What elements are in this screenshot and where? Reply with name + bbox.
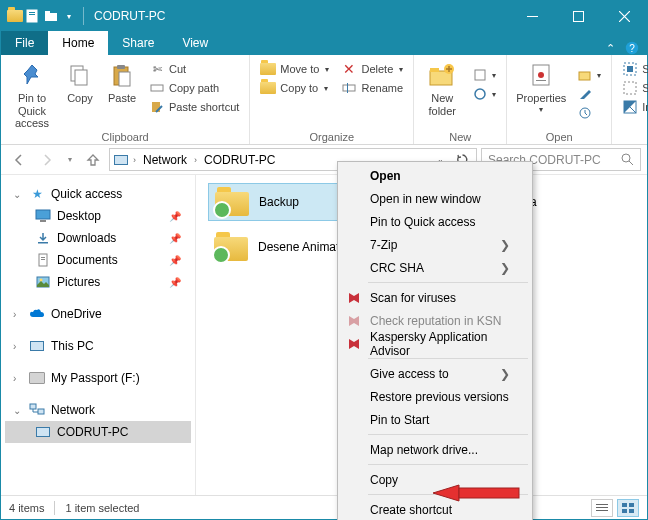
sidebar-item-pictures[interactable]: Pictures📌 [5,271,191,293]
sidebar-item-this-pc[interactable]: ›This PC [5,335,191,357]
invert-selection-button[interactable]: Invert selection [618,98,648,116]
sidebar-item-onedrive[interactable]: ›OneDrive [5,303,191,325]
new-folder-button[interactable]: New folder [420,58,464,117]
ctx-map-drive[interactable]: Map network drive... [340,438,530,461]
separator [368,358,528,359]
select-all-button[interactable]: Select all [618,60,648,78]
svg-rect-48 [629,503,634,507]
breadcrumb-host[interactable]: CODRUT-PC [202,153,277,167]
copy-button[interactable]: Copy [61,58,99,105]
tab-share[interactable]: Share [108,31,168,55]
ctx-give-access[interactable]: Give access to❯ [340,362,530,385]
star-icon: ★ [29,186,45,202]
move-to-button[interactable]: Move to▾ [256,60,333,78]
file-explorer-window: ▾ CODRUT-PC File Home Share View ⌃ ? Pin… [0,0,648,520]
svg-rect-6 [573,11,583,21]
ctx-pin-start[interactable]: Pin to Start [340,408,530,431]
this-pc-icon [29,338,45,354]
easy-access-button[interactable]: ▾ [468,85,500,103]
sidebar-item-quick-access[interactable]: ⌄★Quick access [5,183,191,205]
history-button[interactable] [573,104,605,122]
ctx-restore-versions[interactable]: Restore previous versions [340,385,530,408]
details-view-button[interactable] [591,499,613,517]
ctx-scan-viruses[interactable]: Scan for viruses [340,286,530,309]
maximize-button[interactable] [555,1,601,31]
chevron-right-icon[interactable]: › [191,155,200,165]
delete-button[interactable]: ✕Delete▾ [337,60,407,78]
annotation-arrow [431,479,521,507]
ctx-7zip[interactable]: 7-Zip❯ [340,233,530,256]
close-button[interactable] [601,1,647,31]
svg-rect-37 [41,257,45,258]
ctx-open-new-window[interactable]: Open in new window [340,187,530,210]
easy-access-icon [472,86,488,102]
sidebar-item-host[interactable]: CODRUT-PC [5,421,191,443]
select-none-button[interactable]: Select none [618,79,648,97]
properties-icon [525,60,557,92]
submenu-arrow-icon: ❯ [500,238,510,252]
ribbon: Pin to Quick access Copy Paste ✄Cut Copy… [1,55,647,145]
svg-rect-1 [29,12,35,13]
svg-rect-30 [624,82,636,94]
up-button[interactable] [81,148,105,172]
context-menu: Open Open in new window Pin to Quick acc… [337,161,533,520]
chevron-right-icon[interactable]: › [130,155,139,165]
ctx-crc-sha[interactable]: CRC SHA❯ [340,256,530,279]
ctx-kaspersky-advisor[interactable]: Kaspersky Application Advisor [340,332,530,355]
copy-path-button[interactable]: Copy path [145,79,243,97]
recent-dropdown[interactable]: ▾ [63,148,77,172]
paste-shortcut-button[interactable]: Paste shortcut [145,98,243,116]
forward-button[interactable] [35,148,59,172]
icons-view-button[interactable] [617,499,639,517]
drive-icon [29,370,45,386]
svg-rect-26 [579,72,590,80]
status-item-count: 4 items [9,502,44,514]
tab-home[interactable]: Home [48,31,108,55]
sidebar-item-downloads[interactable]: Downloads📌 [5,227,191,249]
window-icon[interactable] [7,8,23,24]
address-bar-row: ▾ › Network › CODRUT-PC ⌄ Search CODRUT-… [1,145,647,175]
select-none-icon [622,80,638,96]
copy-to-button[interactable]: Copy to▾ [256,79,333,97]
help-icon[interactable]: ? [625,41,639,55]
properties-button[interactable]: Properties ▾ [513,58,569,114]
new-item-button[interactable]: ▾ [468,66,500,84]
svg-rect-46 [596,510,608,511]
svg-rect-42 [38,409,44,414]
svg-rect-29 [627,66,633,72]
back-button[interactable] [7,148,31,172]
svg-rect-5 [527,16,538,17]
qat-properties-icon[interactable] [25,8,41,24]
ctx-pin-quick-access[interactable]: Pin to Quick access [340,210,530,233]
ctx-open[interactable]: Open [340,164,530,187]
title-bar: ▾ CODRUT-PC [1,1,647,31]
window-title: CODRUT-PC [94,9,165,23]
svg-rect-4 [45,11,50,14]
breadcrumb-network[interactable]: Network [141,153,189,167]
ribbon-group-organize: Move to▾ Copy to▾ ✕Delete▾ Rename Organi… [250,55,414,144]
minimize-button[interactable] [509,1,555,31]
paste-button[interactable]: Paste [103,58,141,105]
tab-file[interactable]: File [1,31,48,55]
svg-rect-45 [596,507,608,508]
svg-rect-44 [596,504,608,505]
paste-icon [106,60,138,92]
cut-button[interactable]: ✄Cut [145,60,243,78]
edit-button[interactable] [573,85,605,103]
svg-text:?: ? [629,43,635,54]
sidebar-item-network[interactable]: ⌄Network [5,399,191,421]
sidebar-item-my-passport[interactable]: ›My Passport (F:) [5,367,191,389]
qat-new-folder-icon[interactable] [43,8,59,24]
rename-button[interactable]: Rename [337,79,407,97]
ribbon-collapse-icon[interactable]: ⌃ [606,42,615,55]
documents-icon [35,252,51,268]
svg-rect-35 [38,242,48,244]
tab-view[interactable]: View [168,31,222,55]
sidebar-item-desktop[interactable]: Desktop📌 [5,205,191,227]
open-dropdown-button[interactable]: ▾ [573,66,605,84]
qat-dropdown-icon[interactable]: ▾ [61,8,77,24]
sidebar-item-documents[interactable]: Documents📌 [5,249,191,271]
ribbon-group-open: Properties ▾ ▾ Open [507,55,612,144]
rename-icon [341,80,357,96]
pin-quick-access-button[interactable]: Pin to Quick access [7,58,57,130]
